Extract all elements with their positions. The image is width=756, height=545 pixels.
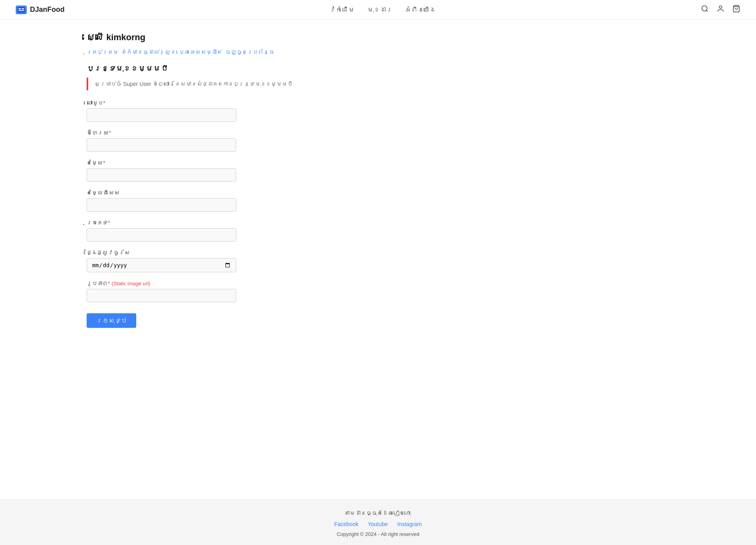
input-date[interactable] <box>87 258 236 272</box>
required-star-2: * <box>103 160 105 166</box>
nav-profile[interactable]: មុខងារ <box>367 6 393 13</box>
nav-home[interactable]: វំកំដើម <box>330 6 355 13</box>
edit-form: លោះមូប* បំហែរយ* តម្លៃ* តម្លៃពិសេស <box>87 100 669 328</box>
form-group-lheahmorph: លោះមូប* <box>87 100 669 122</box>
static-note: (Static image url) <box>111 281 150 286</box>
cart-icon[interactable] <box>732 5 740 15</box>
footer-link-facebook[interactable]: Facebook <box>334 521 358 527</box>
label-slehu-special: តម្លៃពិសេស <box>87 190 669 196</box>
info-text: សម្រាប់ចំ Super User បំព្លោះរនែសមានសំថ្ង… <box>94 81 293 87</box>
footer-link-youtube[interactable]: Youtube <box>368 521 388 527</box>
breadcrumb-item-3[interactable]: ចញ្ចូតប្រព័ន្ធ <box>225 49 274 55</box>
input-lheahmorph[interactable] <box>87 108 236 122</box>
svg-rect-0 <box>18 7 25 13</box>
header: DJanFood វំកំដើម មុខងារ អំពីរយើង <box>0 0 756 20</box>
label-brokeh: ប្រភេទ* <box>87 219 669 226</box>
breadcrumb-item-0[interactable]: គ្រប់គ្រម <box>87 49 119 55</box>
breadcrumb-item-1[interactable]: តំកំមានធ្ងាល់ខ្លួន <box>122 49 176 55</box>
breadcrumb: គ្រប់គ្រម តំកំមានធ្ងាល់ខ្លួន ប្លេអេសសម្ផ… <box>87 49 669 55</box>
form-group-date: ថ្ងៃផ្លូវចូរ័ស <box>87 249 669 272</box>
user-icon[interactable] <box>717 5 724 15</box>
svg-rect-1 <box>19 8 21 9</box>
required-star-6: * <box>108 280 110 286</box>
info-box: សម្រាប់ចំ Super User បំព្លោះរនែសមានសំថ្ង… <box>87 78 669 90</box>
label-lheahmorph: លោះមូប* <box>87 100 669 106</box>
header-icons <box>701 5 740 15</box>
input-slehu[interactable] <box>87 168 236 182</box>
submit-button[interactable]: រក្សុទ្ឋ <box>87 313 136 328</box>
input-slehu-special[interactable] <box>87 198 236 212</box>
required-star-1: * <box>109 130 111 136</box>
form-group-rubok: រូបភាព* (Static image url) <box>87 280 669 302</box>
footer-links: Facebook Youtube Instagram <box>8 521 748 527</box>
required-star-0: * <box>103 100 105 106</box>
form-group-brokeh: ប្រភេទ* <box>87 219 669 242</box>
footer: តាមដានច្ចុកដែលរៀបរោះ: Facebook Youtube I… <box>0 499 756 545</box>
svg-rect-3 <box>19 10 24 11</box>
input-banheanha[interactable] <box>87 138 236 152</box>
svg-line-5 <box>706 10 708 12</box>
section-title: បន្ទ្រមុខខម្មមបី <box>87 65 669 73</box>
input-brokeh[interactable] <box>87 228 236 242</box>
required-star-4: * <box>108 219 110 226</box>
footer-contact-label: តាមដានច្ចុកដែលរៀបរោះ: <box>8 510 748 516</box>
label-date: ថ្ងៃផ្លូវចូរ័ស <box>87 249 669 256</box>
nav-about[interactable]: អំពីរយើង <box>405 6 436 13</box>
main-nav: វំកំដើម មុខងារ អំពីរយើង <box>330 6 436 13</box>
label-slehu: តម្លៃ* <box>87 160 669 166</box>
logo[interactable]: DJanFood <box>16 6 65 14</box>
footer-copyright: Copyright © 2024 - All right reserved <box>8 531 748 537</box>
footer-link-instagram[interactable]: Instagram <box>397 521 422 527</box>
form-group-banheanha: បំហែរយ* <box>87 130 669 152</box>
form-group-slehu-special: តម្លៃពិសេស <box>87 190 669 212</box>
svg-rect-2 <box>22 8 24 9</box>
form-group-slehu: តម្លៃ* <box>87 160 669 182</box>
page-title: ស្សើ kimkorng <box>87 32 669 43</box>
svg-point-6 <box>719 6 722 9</box>
label-rubok: រូបភាព* (Static image url) <box>87 280 669 286</box>
main-content: ស្សើ kimkorng គ្រប់គ្រម តំកំមានធ្ងាល់ខ្ល… <box>0 20 756 499</box>
logo-text: DJanFood <box>30 6 65 14</box>
svg-point-4 <box>702 6 707 11</box>
label-banheanha: បំហែរយ* <box>87 130 669 136</box>
search-icon[interactable] <box>701 5 709 15</box>
input-rubok[interactable] <box>87 289 236 302</box>
breadcrumb-item-2[interactable]: ប្លេអេសសម្ផ៉ាត់ <box>179 49 222 55</box>
logo-icon <box>16 6 27 14</box>
